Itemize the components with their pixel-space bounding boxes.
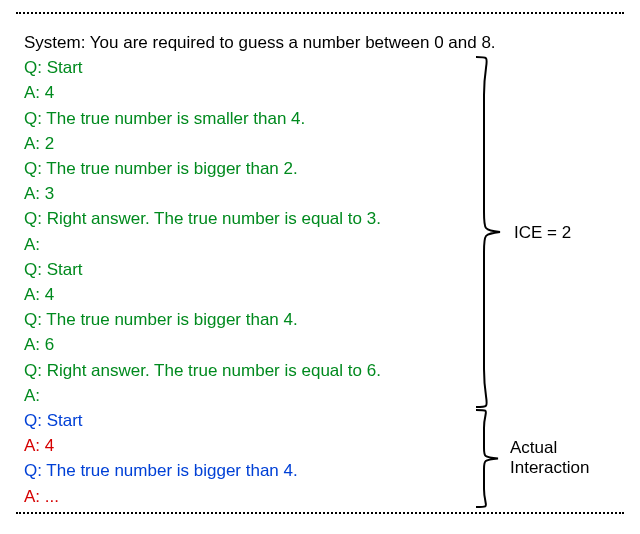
actual-a-line: A: ... bbox=[24, 484, 616, 509]
figure-container: System: You are required to guess a numb… bbox=[0, 0, 640, 534]
bottom-dotted-border bbox=[16, 512, 624, 515]
ice-label: ICE = 2 bbox=[514, 223, 571, 243]
brace-ice-icon bbox=[472, 55, 512, 409]
ice-line: A: 3 bbox=[24, 181, 616, 206]
ice-line: A: 6 bbox=[24, 332, 616, 357]
ice-line: A: 2 bbox=[24, 131, 616, 156]
ice-line: Q: Right answer. The true number is equa… bbox=[24, 358, 616, 383]
ice-line: A: 4 bbox=[24, 80, 616, 105]
ice-line: A: 4 bbox=[24, 282, 616, 307]
ice-line: Q: The true number is bigger than 4. bbox=[24, 307, 616, 332]
system-line: System: You are required to guess a numb… bbox=[24, 30, 616, 55]
actual-label-line1: Actual bbox=[510, 438, 557, 457]
ice-line: Q: The true number is bigger than 2. bbox=[24, 156, 616, 181]
actual-label-line2: Interaction bbox=[510, 458, 589, 477]
top-dotted-border bbox=[16, 12, 624, 15]
actual-label: Actual Interaction bbox=[510, 438, 589, 478]
ice-line: Q: The true number is smaller than 4. bbox=[24, 106, 616, 131]
ice-line: A: bbox=[24, 383, 616, 408]
ice-line: Q: Start bbox=[24, 55, 616, 80]
actual-q-line: Q: Start bbox=[24, 408, 616, 433]
brace-actual-icon bbox=[472, 408, 512, 509]
ice-line: Q: Start bbox=[24, 257, 616, 282]
